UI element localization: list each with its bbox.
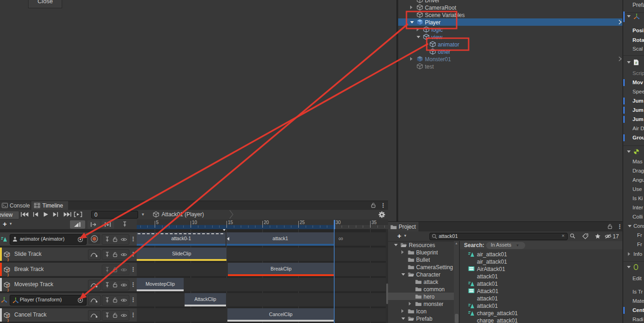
component-foldout-expanded-icon[interactable] [627, 266, 631, 268]
track-header[interactable]: Player (Transform)⋮ [0, 293, 137, 306]
pin-track-icon[interactable] [105, 297, 110, 303]
clear-search-icon[interactable]: × [562, 233, 564, 238]
track-header[interactable]: { }Slide Track⋮ [0, 248, 137, 261]
foldout-expanded-icon[interactable] [401, 317, 405, 320]
search-by-type-icon[interactable] [570, 233, 575, 239]
clip-edit-mode-mix-button[interactable] [70, 220, 85, 229]
search-result-row[interactable]: attack01 [460, 280, 622, 287]
track-binding-field[interactable]: animator (Animator) [10, 234, 87, 245]
search-result-row[interactable]: charge_attack01 [460, 317, 622, 323]
foldout-collapsed-icon[interactable] [410, 6, 412, 9]
object-picker-target-icon[interactable] [77, 236, 83, 242]
search-result-row[interactable]: Attack01 [460, 287, 622, 294]
hierarchy-row[interactable]: animator [398, 40, 622, 48]
clip-edit-mode-ripple-button[interactable] [87, 220, 100, 229]
curves-toggle-button[interactable] [88, 295, 101, 306]
close-button[interactable]: Close [28, 0, 62, 8]
previous-frame-button[interactable] [32, 212, 39, 217]
prefab-open-chevron-icon[interactable] [618, 19, 622, 25]
hierarchy-row[interactable]: logic [398, 26, 622, 33]
search-result-row[interactable]: attack01 [460, 302, 622, 309]
curves-toggle-button[interactable] [88, 280, 101, 290]
timeline-clip[interactable]: MovestepClip [137, 278, 184, 291]
add-asset-button[interactable]: +▾ [396, 232, 412, 240]
search-result-row[interactable]: AirAttack01 [460, 265, 622, 272]
tree-folder-row[interactable]: Icon [388, 307, 454, 315]
unlock-icon[interactable] [608, 224, 612, 229]
tree-folder-row[interactable]: hero [388, 293, 454, 300]
timeline-clip[interactable]: SlideClip [137, 248, 226, 261]
lock-track-icon[interactable] [113, 282, 117, 288]
tree-folder-row[interactable]: monster [388, 300, 454, 307]
hidden-results-indicator[interactable]: 17 [604, 233, 621, 240]
object-picker-target-icon[interactable] [77, 297, 83, 303]
tree-scrollbar[interactable]: ▲ [454, 241, 459, 323]
foldout-collapsed-icon[interactable] [401, 309, 404, 313]
play-range-button[interactable] [74, 212, 82, 217]
track-menu-dots-icon[interactable]: ⋮ [130, 266, 136, 272]
foldout-collapsed-icon[interactable] [409, 302, 411, 306]
unlock-icon[interactable] [371, 202, 376, 208]
foldout-expanded-icon[interactable] [401, 273, 405, 276]
timeline-clip[interactable]: attack0-1 [137, 232, 226, 246]
search-field[interactable]: attack01× [429, 233, 568, 240]
track-header[interactable]: { }Cancel Track⋮ [0, 308, 137, 322]
foldout-expanded-icon[interactable] [417, 36, 420, 38]
menu-dots-icon[interactable]: ⋮ [380, 202, 386, 208]
track-header[interactable]: { }Break Track⋮ [0, 263, 137, 276]
property-foldout-expanded-icon[interactable] [628, 225, 632, 227]
next-frame-button[interactable] [52, 212, 59, 217]
hierarchy-row[interactable]: CameraRoot [398, 4, 622, 11]
skip-start-button[interactable] [20, 212, 29, 217]
search-result-row[interactable]: attack01 [460, 272, 622, 280]
tree-scrollbar-thumb[interactable] [455, 314, 458, 323]
track-menu-dots-icon[interactable]: ⋮ [130, 251, 136, 257]
foldout-expanded-icon[interactable] [410, 21, 414, 23]
mute-eye-icon[interactable] [121, 283, 127, 287]
hierarchy-row[interactable]: Player [398, 18, 622, 26]
timeline-clip[interactable]: BreakClip [228, 263, 334, 276]
tab-timeline[interactable]: Timeline [31, 201, 68, 210]
hierarchy-row[interactable]: Driver [398, 0, 622, 4]
mute-eye-icon[interactable] [121, 298, 127, 302]
favorites-star-icon[interactable] [595, 233, 601, 239]
timeline-ruler[interactable]: 5101520253035 [137, 219, 388, 229]
tree-folder-row[interactable]: attack [388, 278, 454, 285]
foldout-expanded-icon[interactable] [394, 244, 398, 246]
frame-dropdown-caret-icon[interactable]: ▾ [142, 212, 144, 217]
pin-track-icon[interactable] [105, 312, 110, 318]
play-button[interactable] [43, 212, 49, 217]
search-result-row[interactable]: air_attack01 [460, 250, 622, 258]
lock-track-icon[interactable] [113, 312, 117, 318]
hierarchy-row[interactable]: other [398, 48, 622, 55]
track-binding-field[interactable]: Player (Transform) [10, 295, 87, 306]
component-foldout-expanded-icon[interactable] [627, 150, 631, 153]
component-foldout-expanded-icon[interactable] [627, 15, 631, 17]
property-foldout-collapsed-icon[interactable] [628, 252, 630, 256]
lock-track-icon[interactable] [113, 252, 117, 257]
tree-folder-row[interactable]: Character [388, 271, 454, 278]
tree-folder-row[interactable]: Bullet [388, 256, 454, 263]
track-menu-dots-icon[interactable]: ⋮ [130, 236, 136, 242]
tree-folder-row[interactable]: CameraSetting [388, 263, 454, 271]
track-menu-dots-icon[interactable]: ⋮ [130, 297, 136, 303]
mute-eye-icon[interactable] [121, 253, 127, 257]
preview-button[interactable]: Preview [0, 211, 19, 219]
foldout-collapsed-icon[interactable] [417, 28, 419, 31]
timeline-settings-gear-icon[interactable] [378, 211, 385, 218]
timeline-scrollbar-thumb[interactable] [386, 283, 388, 304]
component-foldout-expanded-icon[interactable] [627, 61, 631, 63]
search-result-row[interactable]: air_attack01 [460, 258, 622, 265]
timeline-clip[interactable]: attack1 [226, 232, 334, 246]
tab-console[interactable]: Console [0, 201, 30, 210]
mute-eye-icon[interactable] [121, 237, 127, 242]
timeline-clip[interactable]: CancelClip [227, 308, 334, 322]
tab-project[interactable]: Project [388, 222, 418, 231]
search-result-row[interactable]: attack01 [460, 294, 622, 302]
lock-track-icon[interactable] [113, 267, 117, 272]
hierarchy-row[interactable]: Monster01 [398, 55, 622, 63]
hierarchy-row[interactable]: Scene Variables [398, 11, 622, 18]
edit-pin-icon[interactable] [122, 221, 127, 227]
pin-track-icon[interactable] [105, 236, 110, 242]
pin-track-icon[interactable] [105, 252, 110, 257]
